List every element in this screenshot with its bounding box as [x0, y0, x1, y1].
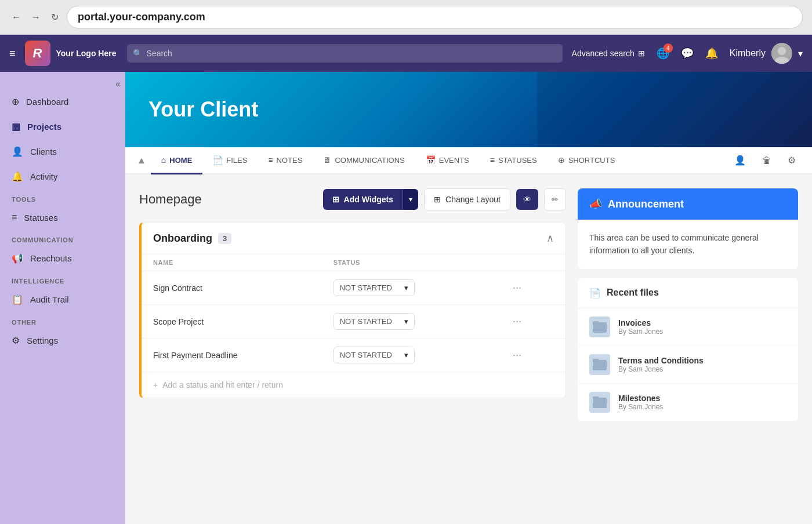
file-info: Terms and Conditions By Sam Jones	[618, 356, 704, 373]
globe-btn[interactable]: 🌐 4	[657, 47, 669, 60]
sidebar-item-label: Statuses	[24, 213, 57, 223]
sidebar-top: «	[0, 77, 125, 89]
browser-refresh-btn[interactable]: ↻	[49, 9, 61, 25]
row-name: Scope Project	[142, 305, 322, 339]
page-content: Homepage ⊞ Add Widgets ▾ ⊞	[125, 174, 812, 524]
tab-events[interactable]: 📅 EVENTS	[415, 147, 480, 174]
sidebar-item-label: Clients	[30, 147, 57, 157]
status-dropdown[interactable]: NOT STARTED ▾	[334, 347, 415, 363]
delete-action-btn[interactable]: 🗑	[757, 151, 776, 170]
view-btn[interactable]: 👁	[516, 189, 538, 210]
homepage-header: Homepage ⊞ Add Widgets ▾ ⊞	[139, 188, 566, 210]
table-row: First Payment Deadline NOT STARTED ▾	[142, 339, 566, 372]
tab-communications[interactable]: 🖥 COMMUNICATIONS	[313, 147, 415, 174]
sidebar-item-reachouts[interactable]: 📢 Reachouts	[0, 246, 125, 271]
reachouts-icon: 📢	[12, 253, 23, 264]
tab-shortcuts[interactable]: ⊕ SHORTCUTS	[548, 147, 626, 174]
settings-action-btn[interactable]: ⚙	[783, 150, 800, 170]
row-menu-btn[interactable]: ···	[508, 347, 526, 363]
tab-label: HOME	[169, 156, 192, 165]
tab-bar: ▲ ⌂ HOME 📄 FILES ≡ NOTES 🖥 COMMUNICATION…	[125, 147, 812, 174]
tab-collapse-btn[interactable]: ▲	[132, 148, 151, 173]
status-dropdown[interactable]: NOT STARTED ▾	[334, 313, 415, 330]
file-item-milestones[interactable]: Milestones By Sam Jones	[578, 384, 798, 421]
user-action-btn[interactable]: 👤	[730, 150, 751, 170]
tab-label: SHORTCUTS	[568, 156, 615, 165]
file-info: Milestones By Sam Jones	[618, 394, 663, 411]
table-row: Scope Project NOT STARTED ▾ ···	[142, 305, 566, 339]
sidebar: « ⊕ Dashboard ▦ Projects 👤 Clients 🔔 Act…	[0, 72, 125, 524]
browser-back-btn[interactable]: ←	[9, 10, 23, 25]
sidebar-item-dashboard[interactable]: ⊕ Dashboard	[0, 89, 125, 114]
row-name: Sign Contract	[142, 271, 322, 305]
tab-notes[interactable]: ≡ NOTES	[258, 147, 313, 174]
menu-toggle-btn[interactable]: ≡	[9, 48, 16, 60]
tab-files[interactable]: 📄 FILES	[202, 147, 258, 174]
change-layout-icon: ⊞	[434, 195, 441, 204]
col-status: STATUS	[322, 254, 496, 271]
sidebar-item-projects[interactable]: ▦ Projects	[0, 114, 125, 139]
table-header-row: NAME STATUS	[142, 254, 566, 271]
activity-icon: 🔔	[12, 171, 23, 182]
onboarding-widget: Onboarding 3 ∧ NAME STATUS	[139, 222, 566, 398]
col-name: NAME	[142, 254, 322, 271]
home-tab-icon: ⌂	[161, 155, 166, 165]
status-dropdown[interactable]: NOT STARTED ▾	[334, 279, 415, 296]
add-widgets-icon: ⊞	[332, 195, 339, 204]
audit-trail-icon: 📋	[12, 294, 23, 305]
tab-home[interactable]: ⌂ HOME	[151, 147, 202, 174]
logo-icon: R	[25, 41, 50, 66]
add-status-row[interactable]: + Add a status and hit enter / return	[142, 372, 566, 398]
row-status: NOT STARTED ▾	[322, 305, 496, 339]
browser-chrome: ← → ↻ portal.your-company.com	[0, 0, 812, 35]
sidebar-item-activity[interactable]: 🔔 Activity	[0, 164, 125, 189]
browser-forward-btn[interactable]: →	[29, 10, 43, 25]
sidebar-item-clients[interactable]: 👤 Clients	[0, 139, 125, 164]
row-menu-btn[interactable]: ···	[508, 279, 526, 296]
col-actions	[496, 254, 566, 271]
sidebar-item-label: Reachouts	[30, 253, 72, 263]
tab-label: FILES	[226, 156, 247, 165]
widget-title: Onboarding 3	[153, 232, 231, 245]
bell-btn[interactable]: 🔔	[705, 47, 718, 60]
address-bar[interactable]: portal.your-company.com	[67, 6, 803, 28]
file-name: Invoices	[618, 318, 663, 328]
user-dropdown-arrow: ▾	[798, 48, 803, 59]
add-widgets-dropdown-btn[interactable]: ▾	[403, 189, 418, 210]
search-input[interactable]	[127, 44, 563, 63]
file-folder-icon	[589, 354, 610, 375]
advanced-search-icon: ⊞	[638, 49, 645, 58]
add-widgets-btn[interactable]: ⊞ Add Widgets	[323, 189, 403, 210]
sidebar-item-label: Dashboard	[26, 97, 68, 107]
logo-text: Your Logo Here	[56, 48, 117, 59]
statuses-icon: ≡	[12, 212, 17, 223]
edit-btn[interactable]: ✏	[544, 188, 566, 210]
header-right: Advanced search ⊞ 🌐 4 💬 🔔 Kimberly ▾	[572, 43, 803, 64]
file-name: Milestones	[618, 394, 663, 403]
file-by: By Sam Jones	[618, 328, 663, 336]
row-menu-btn[interactable]: ···	[508, 313, 526, 330]
status-text: NOT STARTED	[340, 317, 392, 326]
sidebar-collapse-btn[interactable]: «	[115, 79, 121, 89]
tab-statuses[interactable]: ≡ STATUSES	[480, 147, 548, 174]
row-status: NOT STARTED ▾	[322, 271, 496, 305]
sidebar-item-audit-trail[interactable]: 📋 Audit Trail	[0, 287, 125, 312]
row-name: First Payment Deadline	[142, 339, 322, 372]
sidebar-item-statuses[interactable]: ≡ Statuses	[0, 205, 125, 230]
projects-icon: ▦	[12, 121, 20, 132]
user-info[interactable]: Kimberly ▾	[730, 43, 803, 64]
sidebar-item-settings[interactable]: ⚙ Settings	[0, 328, 125, 353]
tab-label: EVENTS	[439, 156, 469, 165]
widget-collapse-btn[interactable]: ∧	[546, 232, 554, 245]
advanced-search-btn[interactable]: Advanced search ⊞	[572, 49, 645, 58]
change-layout-btn[interactable]: ⊞ Change Layout	[424, 188, 510, 210]
hero-banner: Your Client	[125, 72, 812, 147]
chat-btn[interactable]: 💬	[681, 47, 694, 60]
notes-tab-icon: ≡	[268, 155, 273, 165]
sidebar-item-label: Settings	[27, 336, 58, 345]
file-item-terms[interactable]: Terms and Conditions By Sam Jones	[578, 346, 798, 384]
status-dropdown-arrow: ▾	[404, 283, 408, 292]
files-header-title: Recent files	[607, 288, 659, 298]
file-item-invoices[interactable]: Invoices By Sam Jones	[578, 308, 798, 346]
sidebar-item-label: Audit Trail	[30, 294, 69, 304]
